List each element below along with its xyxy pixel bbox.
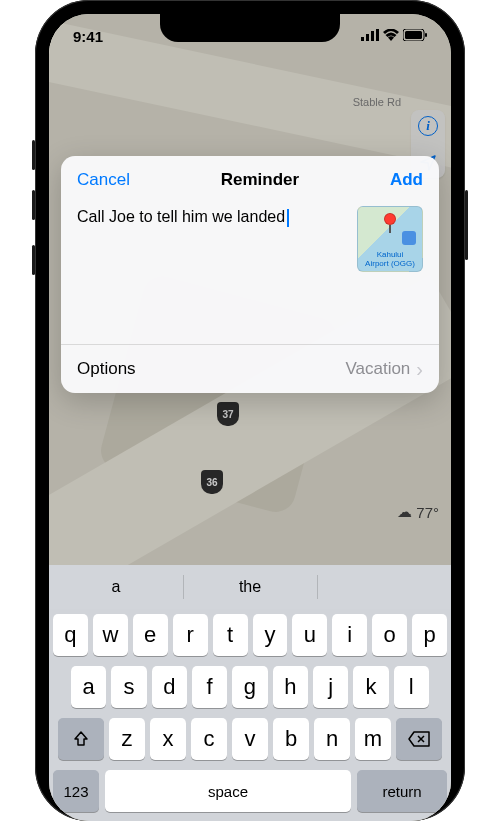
location-label: KahuluiAirport (OGG)	[358, 251, 422, 269]
key-k[interactable]: k	[353, 666, 388, 708]
svg-rect-5	[405, 31, 422, 39]
key-q[interactable]: q	[53, 614, 88, 656]
wifi-icon	[383, 28, 399, 44]
modal-header: Cancel Reminder Add	[61, 156, 439, 204]
key-a[interactable]: a	[71, 666, 106, 708]
numbers-key[interactable]: 123	[53, 770, 99, 812]
key-z[interactable]: z	[109, 718, 145, 760]
options-row[interactable]: Options Vacation ›	[61, 344, 439, 393]
chevron-right-icon: ›	[416, 359, 423, 379]
svg-rect-3	[376, 29, 379, 41]
text-cursor	[287, 209, 289, 227]
backspace-key[interactable]	[396, 718, 442, 760]
status-right	[361, 28, 427, 44]
svg-rect-6	[425, 33, 427, 37]
cancel-button[interactable]: Cancel	[77, 170, 130, 190]
key-t[interactable]: t	[213, 614, 248, 656]
key-w[interactable]: w	[93, 614, 128, 656]
key-d[interactable]: d	[152, 666, 187, 708]
shift-key[interactable]	[58, 718, 104, 760]
suggestion[interactable]	[317, 565, 451, 609]
notch	[160, 14, 340, 42]
phone-frame: 9:41 Stable Rd i	[35, 0, 465, 821]
key-x[interactable]: x	[150, 718, 186, 760]
key-row: q w e r t y u i o p	[49, 609, 451, 661]
key-e[interactable]: e	[133, 614, 168, 656]
signal-icon	[361, 28, 379, 44]
keyboard: a the q w e r t y u i o p a s d f g	[49, 565, 451, 821]
key-v[interactable]: v	[232, 718, 268, 760]
key-y[interactable]: y	[253, 614, 288, 656]
key-c[interactable]: c	[191, 718, 227, 760]
key-n[interactable]: n	[314, 718, 350, 760]
return-key[interactable]: return	[357, 770, 447, 812]
modal-title: Reminder	[221, 170, 299, 190]
key-m[interactable]: m	[355, 718, 391, 760]
battery-icon	[403, 28, 427, 44]
svg-rect-0	[361, 37, 364, 41]
key-f[interactable]: f	[192, 666, 227, 708]
space-key[interactable]: space	[105, 770, 351, 812]
key-b[interactable]: b	[273, 718, 309, 760]
reminder-modal: Cancel Reminder Add Call Joe to tell him…	[61, 156, 439, 393]
airport-icon	[402, 231, 416, 245]
suggestion-bar: a the	[49, 565, 451, 609]
suggestion[interactable]: a	[49, 565, 183, 609]
key-h[interactable]: h	[273, 666, 308, 708]
location-thumbnail[interactable]: KahuluiAirport (OGG)	[357, 206, 423, 272]
key-row: 123 space return	[49, 765, 451, 817]
options-value: Vacation	[345, 359, 410, 379]
key-l[interactable]: l	[394, 666, 429, 708]
key-row: z x c v b n m	[49, 713, 451, 765]
status-time: 9:41	[73, 28, 103, 45]
svg-rect-2	[371, 31, 374, 41]
pin-icon	[384, 213, 396, 233]
reminder-text-value: Call Joe to tell him we landed	[77, 208, 285, 225]
add-button[interactable]: Add	[390, 170, 423, 190]
svg-rect-1	[366, 34, 369, 41]
key-u[interactable]: u	[292, 614, 327, 656]
key-row: a s d f g h j k l	[49, 661, 451, 713]
suggestion[interactable]: the	[183, 565, 317, 609]
key-j[interactable]: j	[313, 666, 348, 708]
key-s[interactable]: s	[111, 666, 146, 708]
reminder-text-input[interactable]: Call Joe to tell him we landed	[77, 206, 347, 227]
key-g[interactable]: g	[232, 666, 267, 708]
key-r[interactable]: r	[173, 614, 208, 656]
key-o[interactable]: o	[372, 614, 407, 656]
key-p[interactable]: p	[412, 614, 447, 656]
key-i[interactable]: i	[332, 614, 367, 656]
screen: 9:41 Stable Rd i	[49, 14, 451, 821]
options-label: Options	[77, 359, 136, 379]
